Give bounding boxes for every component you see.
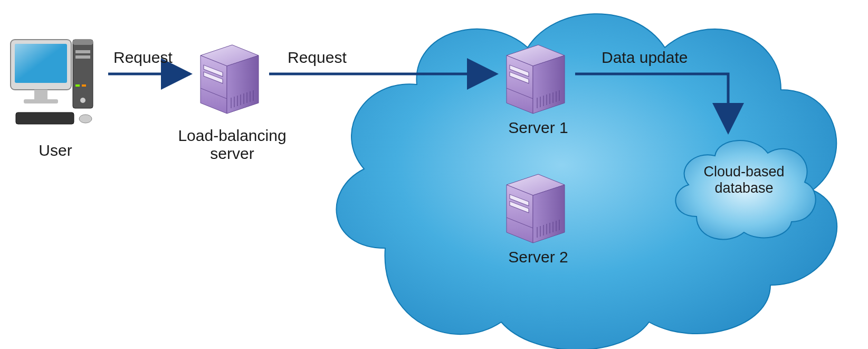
arrow-label-data-update: Data update xyxy=(602,49,688,67)
diagram-canvas: Cloud-based database xyxy=(0,0,868,349)
arrow-server1-to-db xyxy=(575,74,728,132)
arrow-label-request-1: Request xyxy=(113,49,173,67)
arrow-label-request-2: Request xyxy=(288,49,347,67)
